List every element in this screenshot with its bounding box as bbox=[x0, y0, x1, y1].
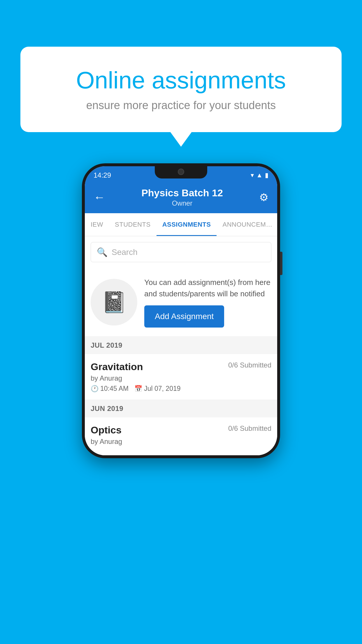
assignment-date: 📅 Jul 07, 2019 bbox=[134, 385, 180, 393]
wifi-icon: ▾ bbox=[251, 172, 254, 179]
signal-icon: ▲ bbox=[256, 172, 263, 179]
add-assignment-promo: 📓 You can add assignment(s) from here an… bbox=[85, 268, 277, 337]
search-bar[interactable]: 🔍 Search bbox=[91, 242, 271, 262]
tab-announcements[interactable]: ANNOUNCEM… bbox=[217, 213, 277, 236]
assignment-time-value: 10:45 AM bbox=[100, 385, 129, 393]
assignment-name: Gravitation bbox=[91, 361, 143, 372]
assignment-name-optics: Optics bbox=[91, 424, 122, 436]
assignment-author-optics: by Anurag bbox=[91, 438, 271, 446]
battery-icon: ▮ bbox=[265, 172, 268, 179]
notebook-icon: 📓 bbox=[101, 290, 127, 314]
speech-bubble-container: Online assignments ensure more practice … bbox=[20, 47, 342, 132]
status-time: 14:29 bbox=[94, 171, 111, 179]
search-icon: 🔍 bbox=[97, 247, 108, 257]
tab-assignments[interactable]: ASSIGNMENTS bbox=[157, 213, 217, 236]
header-title-section: Physics Batch 12 Owner bbox=[141, 187, 223, 207]
phone-side-button bbox=[280, 252, 282, 275]
calendar-icon: 📅 bbox=[134, 385, 142, 393]
add-assignment-button[interactable]: Add Assignment bbox=[144, 305, 224, 328]
assignment-meta: 🕐 10:45 AM 📅 Jul 07, 2019 bbox=[91, 385, 271, 393]
speech-bubble-subtitle: ensure more practice for your students bbox=[44, 99, 318, 112]
assignment-item-gravitation[interactable]: Gravitation 0/6 Submitted by Anurag 🕐 10… bbox=[85, 354, 277, 400]
clock-icon: 🕐 bbox=[91, 385, 99, 393]
header-title: Physics Batch 12 bbox=[141, 187, 223, 199]
settings-button[interactable]: ⚙ bbox=[259, 191, 268, 204]
section-header-jul: JUL 2019 bbox=[85, 337, 277, 354]
section-header-jun: JUN 2019 bbox=[85, 400, 277, 417]
phone-camera bbox=[178, 169, 184, 175]
tabs-container: IEW STUDENTS ASSIGNMENTS ANNOUNCEM… bbox=[85, 213, 277, 236]
promo-icon-circle: 📓 bbox=[91, 279, 137, 326]
promo-text: You can add assignment(s) from here and … bbox=[144, 277, 271, 300]
assignment-time: 🕐 10:45 AM bbox=[91, 385, 129, 393]
assignment-row-optics: Optics 0/6 Submitted bbox=[91, 424, 271, 436]
assignment-item-optics[interactable]: Optics 0/6 Submitted by Anurag bbox=[85, 417, 277, 455]
assignment-submitted: 0/6 Submitted bbox=[228, 361, 271, 369]
header-subtitle: Owner bbox=[141, 199, 223, 207]
speech-bubble-title: Online assignments bbox=[44, 67, 318, 93]
assignment-row: Gravitation 0/6 Submitted bbox=[91, 361, 271, 372]
phone-frame: 14:29 ▾ ▲ ▮ ← Physics Batch 12 Owner ⚙ I… bbox=[82, 163, 280, 458]
tab-iew[interactable]: IEW bbox=[85, 213, 109, 236]
phone-screen: 14:29 ▾ ▲ ▮ ← Physics Batch 12 Owner ⚙ I… bbox=[85, 166, 277, 455]
search-placeholder: Search bbox=[112, 248, 138, 257]
status-icons: ▾ ▲ ▮ bbox=[251, 172, 268, 179]
assignment-submitted-optics: 0/6 Submitted bbox=[228, 424, 271, 433]
assignment-author: by Anurag bbox=[91, 374, 271, 382]
phone-mockup: 14:29 ▾ ▲ ▮ ← Physics Batch 12 Owner ⚙ I… bbox=[82, 163, 280, 458]
promo-content: You can add assignment(s) from here and … bbox=[144, 277, 271, 328]
assignment-date-value: Jul 07, 2019 bbox=[144, 385, 180, 393]
app-header: ← Physics Batch 12 Owner ⚙ bbox=[85, 181, 277, 213]
search-container: 🔍 Search bbox=[85, 236, 277, 268]
back-button[interactable]: ← bbox=[94, 191, 105, 204]
speech-bubble: Online assignments ensure more practice … bbox=[20, 47, 342, 132]
tab-students[interactable]: STUDENTS bbox=[109, 213, 157, 236]
